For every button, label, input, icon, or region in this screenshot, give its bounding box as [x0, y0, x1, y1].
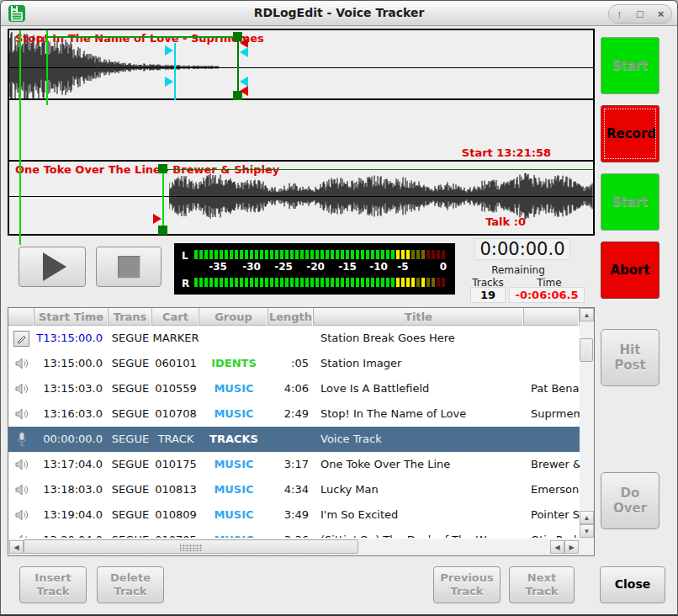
- meter-segment: [275, 278, 278, 287]
- track1-fade-marker-bottom[interactable]: [240, 86, 248, 96]
- track1-segue-marker-top[interactable]: [240, 47, 248, 57]
- meter-segment: [209, 278, 213, 287]
- track1-talk-line[interactable]: [174, 43, 176, 100]
- cell-artist: Pointer Sisters: [524, 502, 580, 528]
- record-button[interactable]: Record: [601, 105, 659, 162]
- log-table-row[interactable]: 00:00:00.0SEGUETRACKTRACKSVoice Track: [8, 427, 580, 452]
- cell-cart-number: 010705: [152, 528, 199, 538]
- elapsed-time-display: 0:00:00.0: [474, 238, 570, 260]
- cell-transition: SEGUE: [109, 502, 152, 528]
- cell-artist: Pat Benatar: [524, 376, 580, 401]
- track2-start-bottom-handle[interactable]: [158, 226, 167, 235]
- track1-length-bar: [47, 36, 238, 38]
- meter-segment: [235, 278, 238, 287]
- cell-length: 4:06: [268, 376, 314, 401]
- meter-segment: [346, 250, 349, 259]
- log-table-row[interactable]: 13:16:03.0SEGUE010708MUSIC2:49Stop! In T…: [8, 401, 580, 427]
- meter-segment: [371, 278, 374, 287]
- maximize-window-button[interactable]: □: [633, 7, 648, 22]
- close-button[interactable]: Close: [600, 566, 665, 603]
- track2-start-top-handle[interactable]: [158, 164, 167, 173]
- vertical-scroll-thumb[interactable]: [580, 338, 593, 362]
- horizontal-scroll-thumb[interactable]: [24, 539, 358, 554]
- cell-cart-number: 060101: [152, 351, 199, 376]
- meter-segment: [336, 250, 339, 259]
- meter-segment: [442, 278, 445, 287]
- scroll-left-button[interactable]: ◀: [9, 540, 24, 554]
- cell-start-time: 13:15:03.0: [34, 376, 109, 401]
- titlebar[interactable]: RDLogEdit - Voice Tracker ↑ □ ×: [1, 1, 677, 26]
- meter-segment: [305, 278, 309, 287]
- left-channel-label: L: [182, 250, 188, 262]
- meter-segment: [320, 278, 324, 287]
- insert-track-button[interactable]: Insert Track: [19, 566, 87, 603]
- log-table-row[interactable]: 13:18:03.0SEGUE010813MUSIC4:34Lucky ManE…: [8, 477, 580, 502]
- column-header-start-time[interactable]: Start Time: [34, 308, 109, 326]
- meter-segment: [225, 278, 228, 287]
- log-table-row[interactable]: 13:19:04.0SEGUE010809MUSIC3:49I'm So Exc…: [8, 502, 580, 528]
- meter-segment: [406, 250, 410, 259]
- column-header-group[interactable]: Group: [199, 308, 268, 326]
- column-header-blank[interactable]: [8, 308, 34, 326]
- start-next-button[interactable]: Start: [601, 173, 659, 231]
- log-table-row[interactable]: 13:20:04.0SEGUE010705MUSIC3:36(Sittin' O…: [8, 528, 580, 538]
- hit-post-button[interactable]: Hit Post: [601, 329, 659, 386]
- meter-segment: [265, 278, 268, 287]
- delete-track-button[interactable]: Delete Track: [97, 566, 164, 603]
- vertical-scrollbar[interactable]: ▲ ▲ ▼: [580, 308, 594, 539]
- cell-start-time: 00:00:00.0: [34, 427, 109, 452]
- shade-window-button[interactable]: ↑: [612, 7, 627, 22]
- remaining-label: Remaining: [468, 264, 569, 276]
- cell-group: [199, 326, 268, 351]
- track2-start-line[interactable]: [162, 167, 164, 234]
- talk-marker-top[interactable]: [165, 45, 173, 56]
- meter-segment: [230, 250, 233, 259]
- column-header-trans[interactable]: Trans: [109, 308, 152, 326]
- log-table-row[interactable]: 13:15:00.0SEGUE060101IDENTS:05Station Im…: [8, 351, 580, 376]
- play-button[interactable]: [19, 247, 86, 287]
- column-header-length[interactable]: Length: [268, 308, 314, 326]
- talk-marker-bottom[interactable]: [165, 77, 173, 87]
- track1-end-line[interactable]: [237, 35, 239, 98]
- scroll-up-button-2[interactable]: ▲: [580, 511, 594, 524]
- start-previous-button[interactable]: Start: [601, 37, 659, 94]
- meter-segment: [411, 250, 415, 259]
- meter-segment: [305, 250, 309, 259]
- track1-start-line[interactable]: [46, 30, 48, 105]
- meter-segment: [260, 250, 263, 259]
- previous-track-button[interactable]: Previous Track: [433, 566, 501, 603]
- log-table-row[interactable]: 13:15:03.0SEGUE010559MUSIC4:06Love Is A …: [8, 376, 580, 401]
- scroll-down-button[interactable]: ▼: [580, 524, 594, 538]
- meter-scale-tick: -20: [306, 261, 325, 273]
- horizontal-scrollbar[interactable]: ◀ ◀ ▶: [8, 539, 594, 555]
- scroll-right-button[interactable]: ▶: [564, 540, 579, 554]
- voice-track-pane[interactable]: Start 13:21:58: [9, 100, 593, 162]
- scroll-up-button[interactable]: ▲: [580, 308, 594, 321]
- meter-segment: [265, 250, 268, 259]
- meter-segment: [351, 278, 354, 287]
- column-header-cart[interactable]: Cart: [152, 308, 199, 326]
- meter-segment: [416, 278, 420, 287]
- voice-tracker-waveform-panel[interactable]: Stop! In The Name of Love - Suprmemes St…: [8, 29, 595, 236]
- meter-segment: [426, 250, 430, 259]
- next-track-pane[interactable]: One Toke Over The Line - Brewer & Shiple…: [9, 162, 593, 231]
- column-header-blank[interactable]: [524, 308, 580, 326]
- log-table-row[interactable]: 13:17:04.0SEGUE010175MUSIC3:17One Toke O…: [8, 452, 580, 477]
- cell-artist: Emerson, Lake: [524, 477, 580, 502]
- next-track-button[interactable]: Next Track: [509, 566, 575, 603]
- close-window-button[interactable]: ×: [654, 7, 669, 22]
- stop-button[interactable]: [96, 247, 162, 287]
- meter-segment: [361, 278, 364, 287]
- track2-fade-marker[interactable]: [153, 214, 162, 224]
- cell-transition: SEGUE: [109, 376, 152, 401]
- meter-segment: [361, 250, 364, 259]
- do-over-button[interactable]: Do Over: [601, 472, 659, 529]
- cell-title: Station Imager: [314, 351, 524, 376]
- scroll-left-button-2[interactable]: ◀: [550, 540, 564, 554]
- abort-button[interactable]: Abort: [601, 242, 659, 299]
- previous-track-pane[interactable]: Stop! In The Name of Love - Suprmemes: [9, 30, 593, 100]
- column-header-title[interactable]: Title: [314, 308, 524, 326]
- meter-segment: [432, 278, 435, 287]
- meter-segment: [199, 278, 203, 287]
- log-table-row[interactable]: T13:15:00.0SEGUEMARKERStation Break Goes…: [8, 326, 580, 351]
